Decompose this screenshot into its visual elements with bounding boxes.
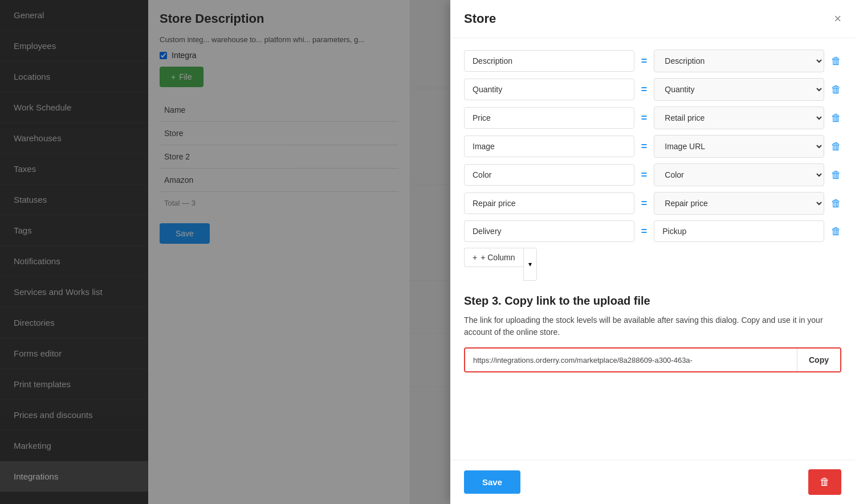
mapping-left-delivery[interactable] <box>464 220 634 242</box>
equals-icon-color: = <box>641 169 648 181</box>
equals-icon-price: = <box>641 112 648 124</box>
store-modal: Store × = Description 🗑 <box>450 0 855 504</box>
mapping-right-price[interactable]: Retail price <box>654 106 824 129</box>
mapping-right-image[interactable]: Image URL <box>654 135 824 158</box>
modal-header: Store × <box>450 0 855 38</box>
mapping-row-repair-price: = Repair price 🗑 <box>464 192 841 215</box>
mapping-left-description[interactable] <box>464 50 634 72</box>
main-content: Custom Integrations ⬡ QuickBooks Track e… <box>148 0 855 504</box>
link-url-input[interactable] <box>465 349 797 371</box>
modal-overlay: Store × = Description 🗑 <box>148 0 855 504</box>
modal-title: Store <box>464 11 496 26</box>
copy-button[interactable]: Copy <box>797 349 840 371</box>
equals-icon-image: = <box>641 141 648 153</box>
equals-icon-delivery: = <box>641 226 648 237</box>
add-column-button[interactable]: + + Column <box>464 248 523 267</box>
delete-mapping-repair-price[interactable]: 🗑 <box>831 198 841 210</box>
mapping-left-repair-price[interactable] <box>464 192 634 214</box>
delete-mapping-image[interactable]: 🗑 <box>831 141 841 153</box>
mapping-left-image[interactable] <box>464 136 634 157</box>
mapping-row-price: = Retail price 🗑 <box>464 106 841 129</box>
modal-body: = Description 🗑 = Quantity 🗑 <box>450 38 855 460</box>
plus-icon: + <box>473 253 477 262</box>
mapping-row-description: = Description 🗑 <box>464 50 841 72</box>
equals-icon-quantity: = <box>641 84 648 96</box>
mapping-row-color: = Color 🗑 <box>464 163 841 186</box>
modal-footer: Save 🗑 <box>450 460 855 504</box>
mapping-left-quantity[interactable] <box>464 79 634 100</box>
mapping-row-image: = Image URL 🗑 <box>464 135 841 158</box>
step3-description: The link for uploading the stock levels … <box>464 314 841 338</box>
equals-icon-description: = <box>641 55 648 67</box>
add-column-chevron-button[interactable]: ▾ <box>523 248 537 281</box>
mapping-left-price[interactable] <box>464 107 634 129</box>
delete-mapping-color[interactable]: 🗑 <box>831 169 841 181</box>
add-column-container: + + Column ▾ <box>464 248 841 281</box>
step3-title: Step 3. Copy link to the upload file <box>464 294 841 308</box>
mapping-right-color[interactable]: Color <box>654 163 824 186</box>
mapping-right-quantity[interactable]: Quantity <box>654 78 824 101</box>
mapping-row-quantity: = Quantity 🗑 <box>464 78 841 101</box>
equals-icon-repair-price: = <box>641 198 648 210</box>
mapping-row-delivery: = 🗑 <box>464 220 841 242</box>
delete-mapping-description[interactable]: 🗑 <box>831 55 841 67</box>
delete-mapping-price[interactable]: 🗑 <box>831 112 841 124</box>
modal-close-button[interactable]: × <box>834 13 841 25</box>
modal-delete-button[interactable]: 🗑 <box>808 469 841 495</box>
mapping-right-repair-price[interactable]: Repair price <box>654 192 824 215</box>
delete-mapping-delivery[interactable]: 🗑 <box>831 226 841 237</box>
mapping-right-description[interactable]: Description <box>654 50 824 72</box>
mapping-left-color[interactable] <box>464 164 634 186</box>
mapping-right-delivery[interactable] <box>654 220 824 242</box>
modal-save-button[interactable]: Save <box>464 470 520 494</box>
trash-icon: 🗑 <box>820 476 830 487</box>
link-copy-box: Copy <box>464 347 841 372</box>
delete-mapping-quantity[interactable]: 🗑 <box>831 84 841 96</box>
